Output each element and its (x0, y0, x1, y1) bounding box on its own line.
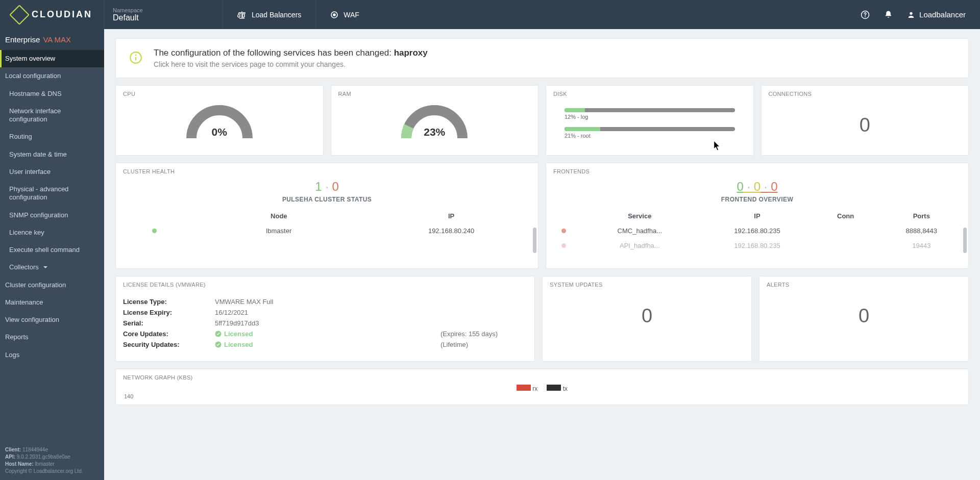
top-bar: CLOUDIAN Namespace Default Load Balancer… (0, 0, 980, 29)
notice-text: The configuration of the following servi… (154, 48, 428, 68)
card-license: LICENSE DETAILS (VMWARE) License Type:VM… (115, 276, 535, 362)
card-alerts: ALERTS 0 (759, 276, 969, 362)
sidebar-item-label: Collectors (9, 263, 39, 271)
table-row[interactable]: API_hadfha...192.168.80.23519443 (547, 239, 967, 252)
tab-lb-label: Load Balancers (252, 11, 301, 19)
config-changed-notice[interactable]: The configuration of the following servi… (115, 38, 969, 78)
scrollbar[interactable] (533, 228, 536, 253)
scrollbar[interactable] (963, 228, 967, 253)
svg-point-7 (135, 54, 137, 56)
sidebar-item-date-time[interactable]: System date & time (0, 146, 104, 163)
sidebar-item-system-overview[interactable]: System overview (0, 50, 104, 67)
info-icon (129, 51, 142, 66)
svg-point-1 (333, 14, 335, 16)
scales-icon (237, 10, 247, 19)
sidebar-item-licence-key[interactable]: Licence key (0, 224, 104, 241)
table-row[interactable]: CMC_hadfha...192.168.80.2358888,8443 (547, 224, 967, 238)
tab-waf[interactable]: WAF (315, 0, 374, 29)
card-cluster-health: CLUSTER HEALTH 10 PULSEHA CLUSTER STATUS… (115, 163, 538, 269)
sidebar-item-routing[interactable]: Routing (0, 128, 104, 145)
user-menu[interactable]: Loadbalancer (907, 10, 966, 19)
sidebar-item-shell-command[interactable]: Execute shell command (0, 241, 104, 259)
bell-icon[interactable] (884, 10, 893, 19)
status-down-icon (561, 229, 566, 233)
namespace-label: Namespace (113, 7, 214, 13)
main-content: The configuration of the following servi… (104, 29, 980, 480)
waf-icon (330, 11, 338, 19)
card-frontends: FRONTENDS 000 FRONTEND OVERVIEW ServiceI… (546, 163, 969, 269)
licensed-badge: Licensed (215, 330, 440, 338)
svg-point-3 (865, 16, 866, 17)
sidebar-item-hostname-dns[interactable]: Hostname & DNS (0, 85, 104, 103)
card-disk: DISK 12% - log 21% - root (546, 85, 754, 156)
logo-icon (12, 8, 27, 22)
sidebar-item-local-configuration[interactable]: Local configuration (0, 67, 104, 85)
sidebar-item-collectors[interactable]: Collectors (0, 259, 104, 276)
tab-waf-label: WAF (344, 11, 359, 19)
card-ram: RAM 23% (331, 85, 539, 156)
card-cpu: CPU 0% (115, 85, 324, 156)
sidebar-item-view-config[interactable]: View configuration (0, 311, 104, 329)
brand-text: CLOUDIAN (32, 9, 92, 20)
sidebar-item-logs[interactable]: Logs (0, 346, 104, 364)
svg-point-4 (910, 12, 912, 14)
licensed-badge: Licensed (215, 341, 440, 348)
product-enterprise: Enterprise (5, 35, 40, 44)
help-icon[interactable] (861, 10, 870, 19)
card-system-updates: SYSTEM UPDATES 0 (542, 276, 752, 362)
sidebar-item-user-interface[interactable]: User interface (0, 163, 104, 181)
user-label: Loadbalancer (919, 10, 966, 19)
sidebar: Enterprise VA MAX System overview Local … (0, 29, 104, 480)
status-up-icon (152, 229, 157, 233)
namespace-value: Default (113, 13, 214, 22)
status-down-icon (561, 243, 566, 248)
card-connections: CONNECTIONS 0 (761, 85, 969, 156)
brand[interactable]: CLOUDIAN (0, 0, 104, 29)
user-icon (907, 11, 915, 19)
namespace-selector[interactable]: Namespace Default (104, 0, 223, 29)
sidebar-item-nic-config[interactable]: Network interface configuration (0, 103, 104, 129)
product-variant: VA MAX (43, 35, 71, 44)
top-right: Loadbalancer (861, 0, 980, 29)
sidebar-item-physical-advanced[interactable]: Physical - advanced configuration (0, 181, 104, 207)
chart-legend: rx tx (116, 383, 968, 393)
table-row[interactable]: lbmaster192.168.80.240 (117, 224, 537, 238)
sidebar-item-reports[interactable]: Reports (0, 329, 104, 346)
sidebar-item-cluster-config[interactable]: Cluster configuration (0, 276, 104, 294)
sidebar-item-snmp[interactable]: SNMP configuration (0, 207, 104, 224)
sidebar-nav: System overview Local configuration Host… (0, 50, 104, 441)
chevron-down-icon (43, 266, 47, 270)
tab-load-balancers[interactable]: Load Balancers (223, 0, 315, 29)
sidebar-footer: Client: 11844944e API: 9.0.2.2031.gc9ba8… (0, 441, 104, 480)
sidebar-item-maintenance[interactable]: Maintenance (0, 294, 104, 311)
card-network-graph: NETWORK GRAPH (KBS) rx tx 140 (115, 369, 969, 405)
product-line: Enterprise VA MAX (0, 29, 104, 50)
